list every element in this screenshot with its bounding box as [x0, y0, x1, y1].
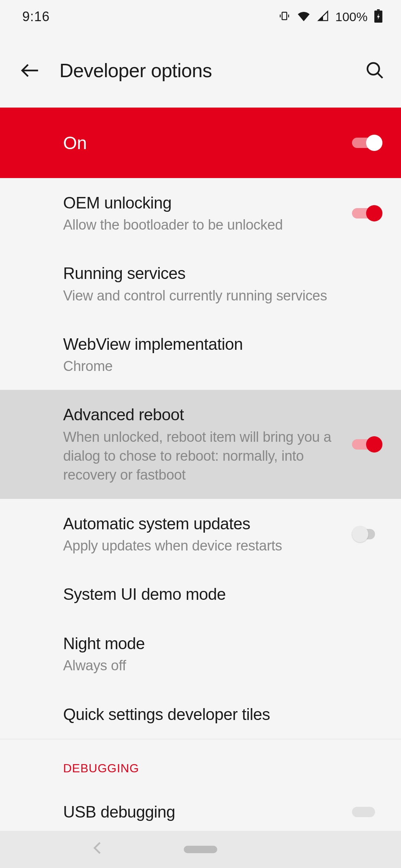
setting-subtitle: Chrome [63, 357, 375, 376]
vibrate-icon [279, 10, 290, 24]
setting-subtitle: Always off [63, 656, 375, 675]
setting-oem-unlocking[interactable]: OEM unlocking Allow the bootloader to be… [0, 178, 401, 249]
setting-subtitle: View and control currently running servi… [63, 286, 375, 305]
setting-night-mode[interactable]: Night mode Always off [0, 619, 401, 689]
setting-title: Advanced reboot [63, 404, 345, 425]
svg-rect-4 [377, 9, 379, 11]
automatic-updates-toggle[interactable] [352, 526, 382, 542]
setting-running-services[interactable]: Running services View and control curren… [0, 249, 401, 319]
setting-webview-implementation[interactable]: WebView implementation Chrome [0, 319, 401, 390]
oem-unlocking-toggle[interactable] [352, 205, 382, 221]
setting-title: Quick settings developer tiles [63, 704, 375, 725]
setting-quick-settings-tiles[interactable]: Quick settings developer tiles [0, 690, 401, 739]
status-time: 9:16 [22, 9, 50, 24]
nav-home-pill[interactable] [184, 846, 217, 853]
setting-title: Running services [63, 263, 375, 284]
battery-icon [374, 9, 382, 24]
setting-title: WebView implementation [63, 333, 375, 355]
status-bar: 9:16 100% [0, 0, 401, 33]
setting-advanced-reboot[interactable]: Advanced reboot When unlocked, reboot it… [0, 390, 401, 499]
nav-back-button[interactable] [93, 841, 102, 858]
setting-subtitle: Allow the bootloader to be unlocked [63, 216, 345, 234]
svg-rect-0 [282, 12, 287, 20]
master-toggle-row[interactable]: On [0, 108, 401, 178]
svg-line-7 [378, 73, 383, 78]
setting-system-ui-demo-mode[interactable]: System UI demo mode [0, 569, 401, 619]
page-title: Developer options [59, 59, 364, 82]
master-toggle-switch[interactable] [352, 135, 382, 151]
setting-title: System UI demo mode [63, 583, 375, 605]
setting-title: Night mode [63, 633, 375, 654]
chevron-left-icon [93, 841, 102, 855]
setting-title: USB debugging [63, 801, 345, 822]
search-button[interactable] [364, 59, 386, 82]
back-button[interactable] [19, 59, 41, 82]
setting-automatic-system-updates[interactable]: Automatic system updates Apply updates w… [0, 499, 401, 569]
section-header-debugging: DEBUGGING [0, 739, 401, 783]
wifi-icon [297, 10, 311, 23]
svg-point-6 [368, 63, 379, 75]
arrow-left-icon [20, 60, 40, 80]
status-icons: 100% [279, 9, 382, 24]
master-toggle-label: On [63, 133, 352, 153]
usb-debugging-toggle[interactable] [352, 804, 382, 820]
signal-icon [317, 10, 329, 23]
setting-subtitle: When unlocked, reboot item will bring yo… [63, 428, 345, 485]
search-icon [365, 60, 385, 80]
setting-title: OEM unlocking [63, 192, 345, 213]
setting-usb-debugging[interactable]: USB debugging [0, 783, 401, 831]
advanced-reboot-toggle[interactable] [352, 436, 382, 453]
settings-list: OEM unlocking Allow the bootloader to be… [0, 178, 401, 831]
navigation-bar [0, 831, 401, 868]
header: Developer options [0, 33, 401, 108]
battery-percent: 100% [335, 10, 368, 24]
setting-title: Automatic system updates [63, 513, 345, 534]
setting-subtitle: Apply updates when device restarts [63, 536, 345, 555]
